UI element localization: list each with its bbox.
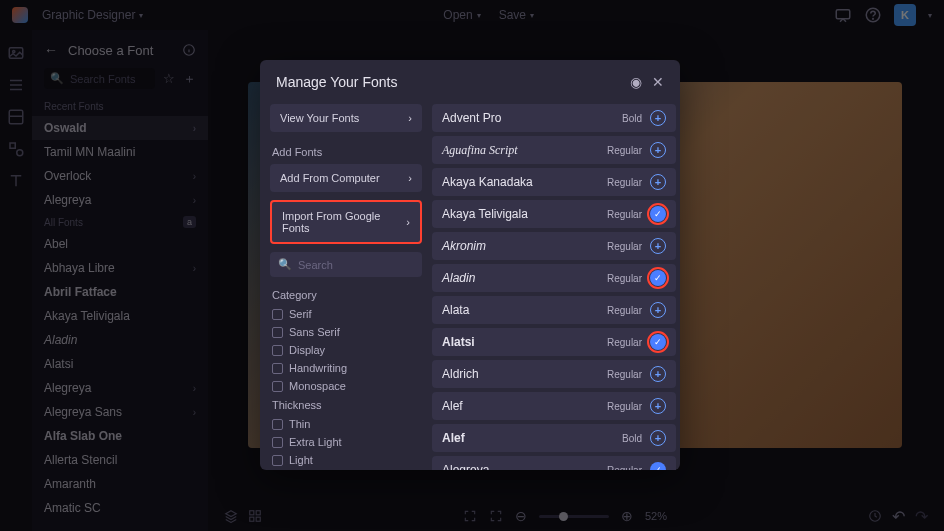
- google-font-row[interactable]: AlataRegular+: [432, 296, 676, 324]
- category-checkbox[interactable]: Serif: [270, 305, 422, 323]
- google-font-row[interactable]: AldrichRegular+: [432, 360, 676, 388]
- google-font-name: Aldrich: [442, 367, 607, 381]
- google-font-weight: Regular: [607, 305, 642, 316]
- font-added-icon[interactable]: ✓: [650, 334, 666, 350]
- google-font-weight: Regular: [607, 273, 642, 284]
- checkbox-icon: [272, 345, 283, 356]
- thickness-heading: Thickness: [270, 395, 422, 415]
- search-icon: 🔍: [278, 258, 292, 271]
- google-font-row[interactable]: AkronimRegular+: [432, 232, 676, 260]
- checkbox-icon: [272, 309, 283, 320]
- category-checkbox[interactable]: Handwriting: [270, 359, 422, 377]
- category-label: Serif: [289, 308, 312, 320]
- thickness-checkbox[interactable]: Light: [270, 451, 422, 469]
- google-font-row[interactable]: AladinRegular✓: [432, 264, 676, 292]
- add-font-button[interactable]: +: [650, 302, 666, 318]
- google-fonts-list: Advent ProBold+Aguafina ScriptRegular+Ak…: [432, 104, 680, 470]
- chevron-right-icon: ›: [406, 216, 410, 228]
- category-checkbox[interactable]: Display: [270, 341, 422, 359]
- google-font-name: Alef: [442, 431, 622, 445]
- thickness-checkbox[interactable]: Thin: [270, 415, 422, 433]
- google-font-row[interactable]: AlefRegular+: [432, 392, 676, 420]
- google-font-name: Akaya Kanadaka: [442, 175, 607, 189]
- category-checkbox[interactable]: Sans Serif: [270, 323, 422, 341]
- google-font-weight: Regular: [607, 337, 642, 348]
- checkbox-icon: [272, 381, 283, 392]
- google-font-name: Akaya Telivigala: [442, 207, 607, 221]
- checkbox-icon: [272, 363, 283, 374]
- view-fonts-label: View Your Fonts: [280, 112, 359, 124]
- modal-search-placeholder: Search: [298, 259, 333, 271]
- chevron-right-icon: ›: [408, 112, 412, 124]
- category-label: Handwriting: [289, 362, 347, 374]
- google-font-weight: Regular: [607, 241, 642, 252]
- google-font-name: Alef: [442, 399, 607, 413]
- checkbox-icon: [272, 455, 283, 466]
- add-font-button[interactable]: +: [650, 398, 666, 414]
- google-font-row[interactable]: Advent ProBold+: [432, 104, 676, 132]
- google-font-name: Aguafina Script: [442, 143, 607, 158]
- google-font-name: Advent Pro: [442, 111, 622, 125]
- add-fonts-section-label: Add Fonts: [270, 140, 422, 164]
- google-font-row[interactable]: Aguafina ScriptRegular+: [432, 136, 676, 164]
- add-font-button[interactable]: +: [650, 430, 666, 446]
- import-google-label: Import From Google Fonts: [282, 210, 406, 234]
- add-font-button[interactable]: +: [650, 174, 666, 190]
- thickness-label: Extra Light: [289, 436, 342, 448]
- modal-title: Manage Your Fonts: [276, 74, 620, 90]
- google-font-name: Akronim: [442, 239, 607, 253]
- thickness-checkbox[interactable]: Regular: [270, 469, 422, 470]
- add-font-button[interactable]: +: [650, 142, 666, 158]
- add-font-button[interactable]: +: [650, 110, 666, 126]
- google-font-weight: Regular: [607, 369, 642, 380]
- google-font-name: Alegreya: [442, 463, 607, 470]
- modal-body: View Your Fonts › Add Fonts Add From Com…: [260, 104, 680, 470]
- font-added-icon[interactable]: ✓: [650, 462, 666, 470]
- google-font-row[interactable]: AlatsiRegular✓: [432, 328, 676, 356]
- modal-left-panel: View Your Fonts › Add Fonts Add From Com…: [260, 104, 432, 470]
- category-filter-list: SerifSans SerifDisplayHandwritingMonospa…: [270, 305, 422, 395]
- font-added-icon[interactable]: ✓: [650, 270, 666, 286]
- google-font-weight: Regular: [607, 177, 642, 188]
- thickness-label: Light: [289, 454, 313, 466]
- add-font-button[interactable]: +: [650, 238, 666, 254]
- thickness-label: Thin: [289, 418, 310, 430]
- google-font-row[interactable]: AlegreyaRegular✓: [432, 456, 676, 470]
- add-font-button[interactable]: +: [650, 366, 666, 382]
- add-from-computer-button[interactable]: Add From Computer ›: [270, 164, 422, 192]
- thickness-checkbox[interactable]: Extra Light: [270, 433, 422, 451]
- google-font-weight: Bold: [622, 113, 642, 124]
- google-font-weight: Regular: [607, 209, 642, 220]
- category-label: Sans Serif: [289, 326, 340, 338]
- google-font-weight: Bold: [622, 433, 642, 444]
- google-font-name: Aladin: [442, 271, 607, 285]
- google-font-weight: Regular: [607, 145, 642, 156]
- modal-search-input[interactable]: 🔍 Search: [270, 252, 422, 277]
- view-your-fonts-button[interactable]: View Your Fonts ›: [270, 104, 422, 132]
- checkbox-icon: [272, 419, 283, 430]
- google-font-name: Alata: [442, 303, 607, 317]
- font-added-icon[interactable]: ✓: [650, 206, 666, 222]
- google-font-row[interactable]: Akaya KanadakaRegular+: [432, 168, 676, 196]
- manage-fonts-modal: Manage Your Fonts ◉ ✕ View Your Fonts › …: [260, 60, 680, 470]
- google-font-row[interactable]: AlefBold+: [432, 424, 676, 452]
- modal-header: Manage Your Fonts ◉ ✕: [260, 60, 680, 104]
- google-font-name: Alatsi: [442, 335, 607, 349]
- checkbox-icon: [272, 327, 283, 338]
- thickness-filter-list: ThinExtra LightLightRegular: [270, 415, 422, 470]
- preview-icon[interactable]: ◉: [630, 74, 642, 90]
- google-font-row[interactable]: Akaya TelivigalaRegular✓: [432, 200, 676, 228]
- category-label: Monospace: [289, 380, 346, 392]
- import-google-fonts-button[interactable]: Import From Google Fonts ›: [270, 200, 422, 244]
- google-font-weight: Regular: [607, 465, 642, 471]
- category-checkbox[interactable]: Monospace: [270, 377, 422, 395]
- close-icon[interactable]: ✕: [652, 74, 664, 90]
- add-computer-label: Add From Computer: [280, 172, 380, 184]
- category-heading: Category: [270, 285, 422, 305]
- checkbox-icon: [272, 437, 283, 448]
- chevron-right-icon: ›: [408, 172, 412, 184]
- category-label: Display: [289, 344, 325, 356]
- google-font-weight: Regular: [607, 401, 642, 412]
